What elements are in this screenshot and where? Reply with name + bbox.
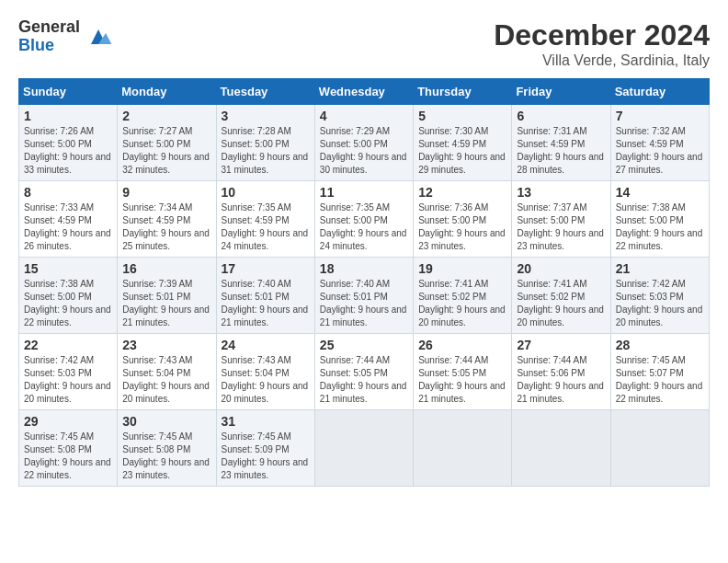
daylight-label: Daylight: 9 hours and 20 minutes. <box>517 304 604 327</box>
day-number: 13 <box>517 185 605 200</box>
sunrise-label: Sunrise: 7:38 AM <box>616 202 686 213</box>
sunset-label: Sunset: 5:03 PM <box>616 292 684 302</box>
calendar-cell: 13 Sunrise: 7:37 AM Sunset: 5:00 PM Dayl… <box>512 181 610 258</box>
calendar-cell: 24 Sunrise: 7:43 AM Sunset: 5:04 PM Dayl… <box>216 334 314 410</box>
daylight-label: Daylight: 9 hours and 21 minutes. <box>122 304 210 327</box>
calendar-cell: 12 Sunrise: 7:36 AM Sunset: 5:00 PM Dayl… <box>414 181 512 258</box>
daylight-label: Daylight: 9 hours and 24 minutes. <box>222 228 309 251</box>
sunset-label: Sunset: 5:06 PM <box>517 368 585 378</box>
day-number: 28 <box>616 338 704 352</box>
sunrise-label: Sunrise: 7:33 AM <box>24 202 94 213</box>
sunrise-label: Sunrise: 7:39 AM <box>122 279 192 289</box>
calendar-cell: 17 Sunrise: 7:40 AM Sunset: 5:01 PM Dayl… <box>216 258 314 334</box>
sunset-label: Sunset: 5:07 PM <box>616 368 684 378</box>
day-number: 8 <box>24 185 112 200</box>
sunrise-label: Sunrise: 7:37 AM <box>517 202 586 213</box>
daylight-label: Daylight: 9 hours and 22 minutes. <box>616 228 703 251</box>
sunset-label: Sunset: 5:08 PM <box>24 444 92 454</box>
day-info: Sunrise: 7:44 AM Sunset: 5:06 PM Dayligh… <box>517 354 605 406</box>
calendar-cell: 23 Sunrise: 7:43 AM Sunset: 5:04 PM Dayl… <box>118 334 216 410</box>
sunset-label: Sunset: 5:03 PM <box>24 368 92 378</box>
sunset-label: Sunset: 5:09 PM <box>222 444 290 454</box>
daylight-label: Daylight: 9 hours and 20 minutes. <box>418 304 506 327</box>
logo-general: General <box>18 18 80 37</box>
daylight-label: Daylight: 9 hours and 23 minutes. <box>418 228 506 251</box>
day-info: Sunrise: 7:44 AM Sunset: 5:05 PM Dayligh… <box>418 354 506 406</box>
sunset-label: Sunset: 5:08 PM <box>122 444 190 454</box>
sunrise-label: Sunrise: 7:28 AM <box>222 126 291 136</box>
sunset-label: Sunset: 4:59 PM <box>122 215 190 225</box>
day-number: 30 <box>122 414 210 429</box>
calendar-cell: 7 Sunrise: 7:32 AM Sunset: 4:59 PM Dayli… <box>610 105 709 181</box>
day-info: Sunrise: 7:42 AM Sunset: 5:03 PM Dayligh… <box>616 278 704 329</box>
sunset-label: Sunset: 5:01 PM <box>222 292 290 302</box>
sunrise-label: Sunrise: 7:43 AM <box>122 355 192 365</box>
calendar-week-3: 15 Sunrise: 7:38 AM Sunset: 5:00 PM Dayl… <box>19 258 710 334</box>
sunrise-label: Sunrise: 7:27 AM <box>122 126 192 136</box>
day-info: Sunrise: 7:40 AM Sunset: 5:01 PM Dayligh… <box>320 278 408 329</box>
daylight-label: Daylight: 9 hours and 33 minutes. <box>24 152 111 175</box>
calendar-cell: 28 Sunrise: 7:45 AM Sunset: 5:07 PM Dayl… <box>610 334 709 410</box>
daylight-label: Daylight: 9 hours and 27 minutes. <box>616 152 703 175</box>
daylight-label: Daylight: 9 hours and 24 minutes. <box>320 228 407 251</box>
calendar-cell: 16 Sunrise: 7:39 AM Sunset: 5:01 PM Dayl… <box>118 258 216 334</box>
month-title: December 2024 <box>494 18 710 52</box>
day-number: 18 <box>320 261 408 276</box>
calendar-cell: 4 Sunrise: 7:29 AM Sunset: 5:00 PM Dayli… <box>314 105 413 181</box>
day-info: Sunrise: 7:36 AM Sunset: 5:00 PM Dayligh… <box>418 201 506 253</box>
sunrise-label: Sunrise: 7:44 AM <box>517 355 586 365</box>
daylight-label: Daylight: 9 hours and 21 minutes. <box>320 381 407 404</box>
day-number: 24 <box>222 338 310 352</box>
calendar-cell: 29 Sunrise: 7:45 AM Sunset: 5:08 PM Dayl… <box>19 410 118 487</box>
day-info: Sunrise: 7:43 AM Sunset: 5:04 PM Dayligh… <box>222 354 310 406</box>
calendar-cell: 25 Sunrise: 7:44 AM Sunset: 5:05 PM Dayl… <box>314 334 413 410</box>
sunrise-label: Sunrise: 7:44 AM <box>320 355 390 365</box>
day-number: 19 <box>418 261 506 276</box>
daylight-label: Daylight: 9 hours and 21 minutes. <box>418 381 506 404</box>
day-info: Sunrise: 7:40 AM Sunset: 5:01 PM Dayligh… <box>222 278 310 329</box>
calendar-header-friday: Friday <box>512 79 610 105</box>
calendar-cell: 2 Sunrise: 7:27 AM Sunset: 5:00 PM Dayli… <box>118 105 216 181</box>
day-info: Sunrise: 7:31 AM Sunset: 4:59 PM Dayligh… <box>517 125 605 177</box>
day-number: 21 <box>616 261 704 276</box>
location-title: Villa Verde, Sardinia, Italy <box>494 52 710 69</box>
day-number: 14 <box>616 185 704 200</box>
sunset-label: Sunset: 4:59 PM <box>517 139 585 149</box>
logo-icon <box>84 22 113 52</box>
logo-blue: Blue <box>18 37 80 55</box>
day-number: 11 <box>320 185 408 200</box>
daylight-label: Daylight: 9 hours and 20 minutes. <box>222 381 309 404</box>
daylight-label: Daylight: 9 hours and 30 minutes. <box>320 152 407 175</box>
sunset-label: Sunset: 5:05 PM <box>418 368 486 378</box>
calendar-header-saturday: Saturday <box>610 79 709 105</box>
calendar-table: SundayMondayTuesdayWednesdayThursdayFrid… <box>18 78 710 487</box>
calendar-cell: 3 Sunrise: 7:28 AM Sunset: 5:00 PM Dayli… <box>216 105 314 181</box>
day-info: Sunrise: 7:34 AM Sunset: 4:59 PM Dayligh… <box>122 201 210 253</box>
day-info: Sunrise: 7:45 AM Sunset: 5:08 PM Dayligh… <box>122 431 210 482</box>
daylight-label: Daylight: 9 hours and 29 minutes. <box>418 152 506 175</box>
sunset-label: Sunset: 5:00 PM <box>616 215 684 225</box>
calendar-cell: 5 Sunrise: 7:30 AM Sunset: 4:59 PM Dayli… <box>414 105 512 181</box>
day-info: Sunrise: 7:30 AM Sunset: 4:59 PM Dayligh… <box>418 125 506 177</box>
day-info: Sunrise: 7:41 AM Sunset: 5:02 PM Dayligh… <box>418 278 506 329</box>
calendar-cell: 26 Sunrise: 7:44 AM Sunset: 5:05 PM Dayl… <box>414 334 512 410</box>
calendar-header-row: SundayMondayTuesdayWednesdayThursdayFrid… <box>19 79 710 105</box>
day-info: Sunrise: 7:41 AM Sunset: 5:02 PM Dayligh… <box>517 278 605 329</box>
sunset-label: Sunset: 5:00 PM <box>320 139 388 149</box>
daylight-label: Daylight: 9 hours and 20 minutes. <box>122 381 210 404</box>
calendar-week-2: 8 Sunrise: 7:33 AM Sunset: 4:59 PM Dayli… <box>19 181 710 258</box>
day-number: 25 <box>320 338 408 352</box>
calendar-cell: 10 Sunrise: 7:35 AM Sunset: 4:59 PM Dayl… <box>216 181 314 258</box>
sunset-label: Sunset: 5:00 PM <box>122 139 190 149</box>
sunset-label: Sunset: 4:59 PM <box>222 215 290 225</box>
sunset-label: Sunset: 5:04 PM <box>222 368 290 378</box>
day-number: 3 <box>222 109 310 123</box>
daylight-label: Daylight: 9 hours and 20 minutes. <box>24 381 111 404</box>
calendar-cell: 8 Sunrise: 7:33 AM Sunset: 4:59 PM Dayli… <box>19 181 118 258</box>
sunset-label: Sunset: 4:59 PM <box>24 215 92 225</box>
calendar-header-tuesday: Tuesday <box>216 79 314 105</box>
day-info: Sunrise: 7:38 AM Sunset: 5:00 PM Dayligh… <box>24 278 112 329</box>
sunrise-label: Sunrise: 7:44 AM <box>418 355 488 365</box>
sunrise-label: Sunrise: 7:29 AM <box>320 126 390 136</box>
day-info: Sunrise: 7:35 AM Sunset: 5:00 PM Dayligh… <box>320 201 408 253</box>
